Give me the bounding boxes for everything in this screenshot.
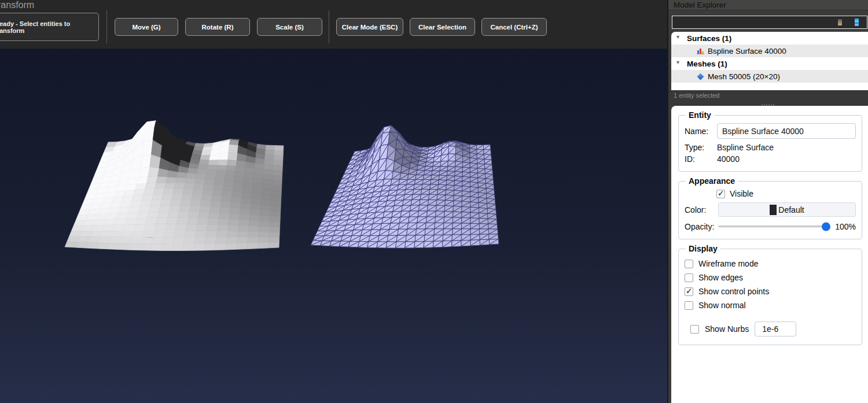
nurbs-tolerance-input[interactable] bbox=[755, 321, 796, 337]
bar-chart-icon bbox=[697, 47, 704, 54]
window-title: ransform bbox=[0, 0, 34, 10]
tree-item-mesh[interactable]: Mesh 50005 (20×20) bbox=[671, 70, 868, 83]
entity-type-value: Bspline Surface bbox=[717, 143, 774, 152]
tree-group-label: Surfaces (1) bbox=[687, 34, 731, 43]
move-button[interactable]: Move (G) bbox=[115, 18, 178, 36]
appearance-group-legend: Appearance bbox=[686, 176, 738, 186]
tree-item-label: Mesh 50005 (20×20) bbox=[708, 72, 780, 81]
type-label: Type: bbox=[685, 143, 717, 152]
color-swatch bbox=[770, 205, 777, 215]
tree-item-bspline-surface[interactable]: Bspline Surface 40000 bbox=[671, 45, 868, 57]
show-control-points-label: Show control points bbox=[698, 287, 769, 296]
status-text: Ready - Select entities to transform bbox=[0, 20, 94, 34]
viewport-canvas[interactable] bbox=[0, 49, 667, 403]
clear-mode-button[interactable]: Clear Mode (ESC) bbox=[336, 18, 403, 36]
show-normal-label: Show normal bbox=[698, 301, 746, 310]
selection-status-bar: 1 entity selected ...... bbox=[668, 90, 868, 106]
entity-tree: ▾ Surfaces (1) Bspline Surface 40000 ▾ M… bbox=[671, 32, 868, 90]
tree-group-meshes[interactable]: ▾ Meshes (1) bbox=[671, 57, 868, 70]
3d-viewport[interactable] bbox=[0, 49, 667, 403]
selection-status-text: 1 entity selected bbox=[674, 92, 720, 99]
color-label: Color: bbox=[685, 205, 718, 215]
toolbar-separator bbox=[106, 10, 107, 43]
diamond-icon bbox=[697, 73, 704, 80]
wireframe-mode-label: Wireframe mode bbox=[698, 259, 758, 268]
entity-group-legend: Entity bbox=[686, 110, 714, 120]
color-picker-button[interactable]: Default bbox=[718, 202, 856, 217]
entity-group: Entity Name: Type: Bspline Surface ID: 4… bbox=[678, 110, 862, 172]
show-edges-checkbox[interactable] bbox=[685, 273, 693, 282]
rotate-button[interactable]: Rotate (R) bbox=[185, 18, 250, 36]
entity-id-value: 40000 bbox=[717, 154, 740, 164]
status-box: Ready - Select entities to transform bbox=[0, 13, 99, 41]
opacity-value: 100% bbox=[835, 222, 856, 231]
tree-group-surfaces[interactable]: ▾ Surfaces (1) bbox=[671, 32, 868, 45]
search-input[interactable] bbox=[672, 16, 838, 28]
toolbar-separator bbox=[329, 10, 329, 43]
id-label: ID: bbox=[685, 154, 717, 164]
search-clear-icon[interactable] bbox=[838, 19, 842, 25]
appearance-group: Appearance Visible Color: Default Opacit… bbox=[678, 176, 862, 239]
cancel-button[interactable]: Cancel (Ctrl+Z) bbox=[481, 18, 547, 36]
clear-selection-button[interactable]: Clear Selection bbox=[410, 18, 475, 36]
show-nurbs-label: Show Nurbs bbox=[705, 324, 749, 334]
name-label: Name: bbox=[685, 127, 717, 136]
display-group-legend: Display bbox=[686, 244, 720, 253]
entity-name-input[interactable] bbox=[717, 123, 856, 139]
opacity-slider[interactable] bbox=[718, 225, 830, 228]
color-value: Default bbox=[778, 205, 804, 215]
visible-label: Visible bbox=[730, 189, 753, 198]
show-nurbs-checkbox[interactable] bbox=[690, 325, 699, 334]
tree-item-label: Bspline Surface 40000 bbox=[708, 47, 786, 56]
search-cursor-icon bbox=[855, 19, 859, 26]
transform-toolbar: ransform Ready - Select entities to tran… bbox=[0, 0, 667, 49]
opacity-slider-handle[interactable] bbox=[822, 223, 830, 231]
display-group: Display Wireframe mode Show edges Show c… bbox=[678, 244, 862, 345]
tree-group-label: Meshes (1) bbox=[687, 60, 727, 68]
scale-button[interactable]: Scale (S) bbox=[257, 18, 322, 36]
opacity-label: Opacity: bbox=[685, 222, 718, 231]
model-explorer-panel: Model Explorer ▾ Surfaces (1) Bspline Su… bbox=[667, 0, 868, 403]
show-edges-label: Show edges bbox=[698, 273, 743, 282]
show-normal-checkbox[interactable] bbox=[685, 301, 693, 310]
application-window: ransform Ready - Select entities to tran… bbox=[0, 0, 868, 403]
properties-panel: Entity Name: Type: Bspline Surface ID: 4… bbox=[671, 106, 868, 403]
search-box[interactable] bbox=[672, 16, 867, 29]
wireframe-mode-checkbox[interactable] bbox=[685, 260, 693, 268]
chevron-down-icon[interactable]: ▾ bbox=[676, 34, 679, 40]
chevron-down-icon[interactable]: ▾ bbox=[676, 59, 679, 65]
panel-title: Model Explorer bbox=[668, 0, 868, 10]
show-control-points-checkbox[interactable] bbox=[685, 287, 693, 296]
visible-checkbox[interactable] bbox=[716, 190, 725, 198]
